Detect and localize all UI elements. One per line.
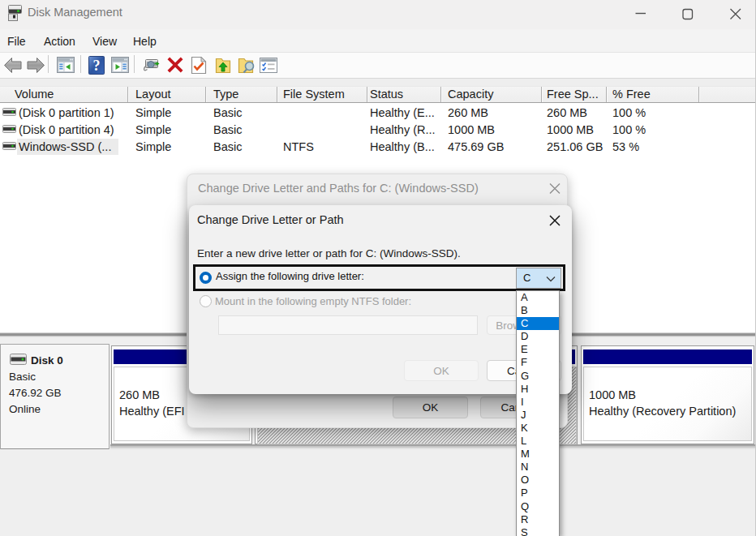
svg-text:?: ? [93, 58, 101, 74]
